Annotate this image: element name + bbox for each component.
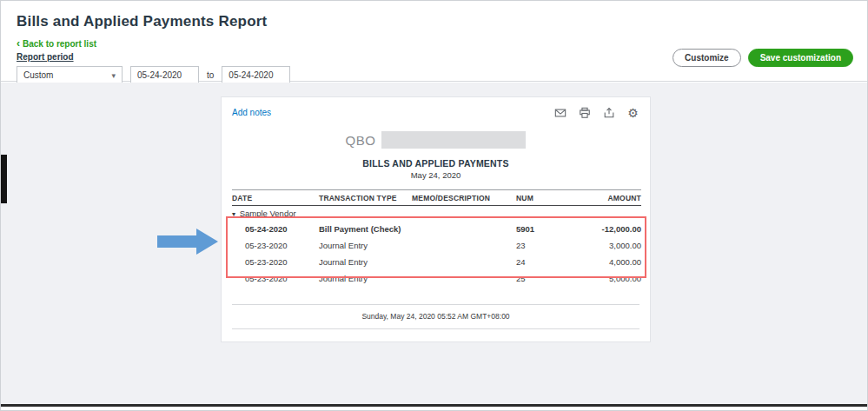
vendor-group-label: Sample Vendor (240, 209, 296, 218)
customize-button[interactable]: Customize (673, 49, 741, 67)
cell-date: 05-23-2020 (232, 270, 319, 287)
chevron-left-icon: ‹ (17, 40, 20, 47)
table-row[interactable]: 05-23-2020 Journal Entry 23 3,000.00 (232, 237, 641, 254)
cell-num: 24 (516, 254, 579, 270)
col-transaction-type: TRANSACTION TYPE (319, 190, 412, 206)
to-label: to (207, 70, 214, 80)
cell-amount: -12,000.00 (579, 221, 641, 237)
export-icon[interactable] (602, 106, 615, 119)
report-header: Bills and Applied Payments Report ‹ Back… (1, 1, 867, 82)
cell-num: 23 (516, 237, 579, 254)
redacted-company-name (381, 131, 526, 149)
cell-date: 05-24-2020 (232, 221, 319, 237)
chevron-down-icon: ▾ (111, 71, 116, 80)
cell-memo (412, 221, 516, 237)
page-title: Bills and Applied Payments Report (17, 13, 867, 30)
cell-date: 05-23-2020 (232, 237, 319, 254)
app-window: Bills and Applied Payments Report ‹ Back… (0, 0, 868, 411)
cell-type: Journal Entry (319, 254, 412, 270)
back-link-label: Back to report list (23, 39, 96, 49)
save-customization-button[interactable]: Save customization (748, 49, 853, 67)
company-header: QBO (222, 130, 650, 149)
add-notes-link[interactable]: Add notes (232, 108, 271, 117)
report-period-controls: Custom ▾ to (17, 66, 867, 84)
cell-num: 25 (516, 270, 579, 287)
cell-amount: 3,000.00 (579, 237, 641, 254)
envelope-icon[interactable] (553, 106, 567, 119)
company-logo-text: QBO (346, 133, 376, 148)
date-from-input[interactable] (130, 66, 199, 84)
col-memo-description: MEMO/DESCRIPTION (412, 190, 516, 206)
table-row[interactable]: 05-23-2020 Journal Entry 25 5,000.00 (232, 270, 641, 287)
vendor-group-row[interactable]: ▾ Sample Vendor (232, 206, 641, 222)
left-edge-artifact (1, 155, 7, 203)
cell-amount: 4,000.00 (579, 254, 641, 270)
report-period-select[interactable]: Custom ▾ (17, 66, 123, 84)
date-to-input[interactable] (222, 66, 290, 84)
report-timestamp: Sunday, May 24, 2020 05:52 AM GMT+08:00 (222, 305, 650, 328)
cell-amount: 5,000.00 (579, 270, 641, 287)
report-title: BILLS AND APPLIED PAYMENTS (222, 158, 650, 169)
cell-type: Journal Entry (319, 270, 412, 287)
table-row[interactable]: 05-23-2020 Journal Entry 24 4,000.00 (232, 254, 641, 270)
pointer-arrow-icon (157, 229, 218, 255)
report-canvas: Add notes ⚙ QBO (1, 83, 867, 404)
col-date: DATE (232, 190, 319, 206)
cell-memo (412, 270, 516, 287)
window-bottom-edge (1, 404, 867, 407)
cell-date: 05-23-2020 (232, 254, 319, 270)
col-amount: AMOUNT (579, 190, 641, 206)
back-to-report-list-link[interactable]: ‹ Back to report list (17, 39, 96, 49)
header-actions: Customize Save customization (673, 49, 853, 67)
table-row[interactable]: 05-24-2020 Bill Payment (Check) 5901 -12… (232, 221, 641, 237)
report-card: Add notes ⚙ QBO (221, 96, 651, 342)
report-table: DATE TRANSACTION TYPE MEMO/DESCRIPTION N… (232, 189, 641, 287)
cell-type: Bill Payment (Check) (319, 221, 412, 237)
cell-type: Journal Entry (319, 237, 412, 254)
table-header-row: DATE TRANSACTION TYPE MEMO/DESCRIPTION N… (232, 190, 641, 206)
gear-icon[interactable]: ⚙ (626, 106, 639, 119)
cell-memo (412, 237, 516, 254)
col-num: NUM (516, 190, 579, 206)
cell-memo (412, 254, 516, 270)
printer-icon[interactable] (578, 106, 591, 119)
collapse-triangle-icon: ▾ (232, 210, 235, 218)
card-toolbar-icons: ⚙ (553, 106, 639, 119)
selected-period: Custom (23, 70, 53, 80)
card-toolbar: Add notes ⚙ (222, 97, 650, 126)
report-date-subtitle: May 24, 2020 (222, 170, 650, 180)
cell-num: 5901 (516, 221, 579, 237)
